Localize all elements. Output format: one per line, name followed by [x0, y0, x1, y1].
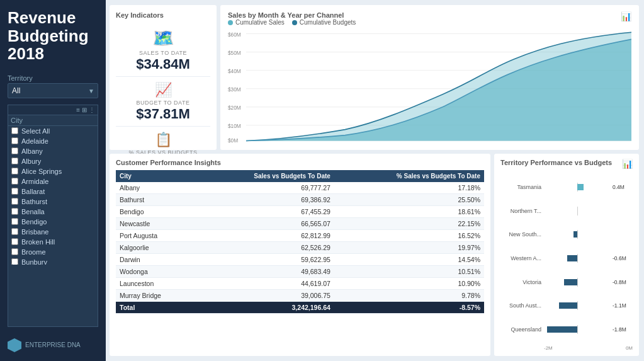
- list-item[interactable]: Bathurst: [8, 197, 98, 207]
- city-checkbox[interactable]: [11, 137, 18, 144]
- table-cell-pct: 10.90%: [334, 278, 484, 290]
- bar-label: Tasmania: [500, 184, 541, 190]
- svg-text:$40M: $40M: [228, 68, 241, 74]
- table-cell-city: Launceston: [116, 278, 196, 290]
- table-cell-pct: 17.18%: [334, 182, 484, 194]
- table-row: Albany69,777.2717.18%: [116, 182, 484, 194]
- legend-item: Cumulative Sales: [228, 19, 285, 26]
- bar-value-label: -1.8M: [613, 326, 633, 333]
- bar-track: [544, 183, 610, 192]
- list-item[interactable]: Armidale: [8, 176, 98, 186]
- city-checkbox[interactable]: [11, 208, 18, 215]
- bar-row: South Aust...-1.1M: [500, 301, 633, 310]
- bar-fill: [573, 231, 577, 238]
- territory-axis-labels: -2M 0M: [500, 345, 633, 351]
- bar-fill: [559, 302, 577, 309]
- city-name: Brisbane: [21, 228, 48, 236]
- list-item[interactable]: Adelaide: [8, 136, 98, 146]
- list-item[interactable]: Broome: [8, 247, 98, 257]
- legend-label: Cumulative Sales: [235, 19, 285, 26]
- list-item[interactable]: Select All: [8, 126, 98, 136]
- city-checkbox[interactable]: [11, 238, 18, 245]
- bar-zero-line: [577, 301, 578, 310]
- city-checkbox[interactable]: [11, 168, 18, 175]
- list-item[interactable]: Broken Hill: [8, 237, 98, 247]
- list-item[interactable]: Brisbane: [8, 227, 98, 237]
- city-checkbox[interactable]: [11, 178, 18, 185]
- territory-performance-panel: Territory Performance vs Budgets 📊 Tasma…: [494, 154, 639, 356]
- total-cell-sales: 3,242,196.64: [196, 302, 334, 314]
- bar-value-label: 0.4M: [613, 184, 633, 190]
- city-name: Broome: [21, 248, 46, 256]
- grid-icon[interactable]: ⊞: [82, 106, 87, 113]
- city-name: Benalla: [21, 208, 45, 215]
- list-item[interactable]: Bunbury: [8, 257, 98, 265]
- territory-filter-label: Territory: [8, 74, 98, 82]
- table-cell-city: Bendigo: [116, 206, 196, 218]
- bar-track: [544, 325, 610, 334]
- city-name: Armidale: [21, 178, 48, 185]
- territory-filter-wrap[interactable]: All ▼: [8, 83, 98, 98]
- table-row: Murray Bridge39,006.759.78%: [116, 290, 484, 302]
- bar-value-label: -1.1M: [613, 302, 633, 309]
- customer-table-body: Albany69,777.2717.18%Bathurst69,386.9225…: [116, 182, 484, 314]
- table-row: Darwin59,622.9514.54%: [116, 254, 484, 266]
- sidebar-footer: ENTERPRISE DNA: [8, 333, 98, 352]
- territory-select[interactable]: All: [8, 83, 98, 98]
- chart-expand-icon[interactable]: 📊: [621, 11, 631, 21]
- bar-track: [544, 278, 610, 287]
- table-row: Launceston44,619.0710.90%: [116, 278, 484, 290]
- table-cell-sales: 62,526.29: [196, 242, 334, 254]
- table-row: Bendigo67,455.2918.61%: [116, 206, 484, 218]
- bar-zero-line: [577, 230, 578, 239]
- sales-chart-header: Sales by Month & Year per Channel Cumula…: [228, 11, 631, 28]
- city-checkbox[interactable]: [11, 258, 18, 265]
- table-cell-sales: 69,777.27: [196, 182, 334, 194]
- bar-row: Northern T...: [500, 207, 633, 215]
- city-checkbox[interactable]: [11, 147, 18, 154]
- search-icon[interactable]: ≡: [76, 106, 80, 113]
- territory-chart-expand-icon[interactable]: 📊: [622, 159, 633, 169]
- col-pct: % Sales vs Budgets To Date: [334, 170, 484, 182]
- table-cell-city: Port Augusta: [116, 230, 196, 242]
- more-icon[interactable]: ⋮: [89, 106, 95, 113]
- city-checkbox[interactable]: [11, 198, 18, 205]
- city-checkbox[interactable]: [11, 158, 18, 164]
- bar-label: Western A...: [500, 255, 541, 261]
- australia-map-icon: 🗺️: [152, 28, 174, 49]
- city-checkbox[interactable]: [11, 218, 18, 225]
- city-name: Bunbury: [21, 258, 47, 265]
- axis-left-label: -2M: [544, 345, 553, 351]
- list-item[interactable]: Benalla: [8, 207, 98, 217]
- list-item[interactable]: Ballarat: [8, 186, 98, 197]
- table-cell-sales: 62,812.99: [196, 230, 334, 242]
- sales-chart-panel: Sales by Month & Year per Channel Cumula…: [220, 5, 639, 150]
- bar-row: Tasmania0.4M: [500, 183, 633, 192]
- bar-value-label: -0.8M: [613, 279, 633, 285]
- territory-bar-chart-area: Tasmania0.4MNorthern T...New South...Wes…: [500, 173, 633, 344]
- bar-fill: [577, 184, 584, 190]
- city-checkbox[interactable]: [11, 248, 18, 255]
- bar-row: Victoria-0.8M: [500, 278, 633, 287]
- sales-to-date-label: SALES TO DATE: [139, 50, 187, 56]
- city-checkbox[interactable]: [11, 188, 18, 195]
- city-name: Select All: [21, 127, 50, 135]
- table-row: Kalgoorlie62,526.2919.97%: [116, 242, 484, 254]
- bar-label: Victoria: [500, 279, 541, 285]
- list-item[interactable]: Albury: [8, 156, 98, 166]
- legend-item: Cumulative Budgets: [292, 19, 356, 26]
- city-checkbox[interactable]: [11, 127, 18, 134]
- table-cell-city: Kalgoorlie: [116, 242, 196, 254]
- bar-zero-line: [577, 254, 578, 263]
- table-cell-city: Wodonga: [116, 266, 196, 278]
- city-list-items[interactable]: Select AllAdelaideAlbanyAlburyAlice Spri…: [8, 126, 98, 265]
- city-checkbox[interactable]: [11, 228, 18, 235]
- bar-chart-up-icon: 📈: [155, 82, 172, 98]
- list-item[interactable]: Alice Springs: [8, 166, 98, 176]
- territory-panel-header: Territory Performance vs Budgets 📊: [500, 159, 633, 170]
- col-sales: Sales vs Budgets To Date: [196, 170, 334, 182]
- table-cell-sales: 66,565.07: [196, 218, 334, 230]
- axis-right-label: 0M: [626, 345, 633, 351]
- list-item[interactable]: Bendigo: [8, 217, 98, 227]
- list-item[interactable]: Albany: [8, 146, 98, 156]
